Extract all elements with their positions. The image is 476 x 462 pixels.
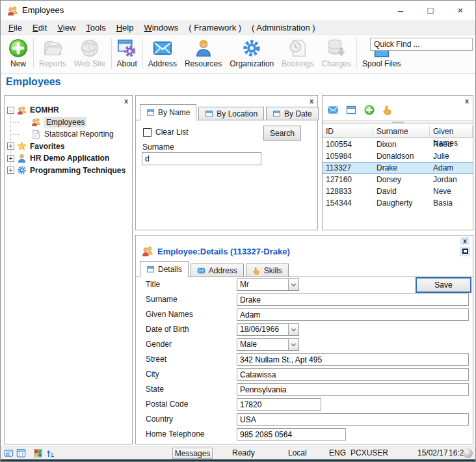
tree-item-hr-demo-application[interactable]: +HR Demo Application xyxy=(7,152,131,164)
panel-close-icon[interactable]: x xyxy=(460,237,469,245)
table-row[interactable]: 127160DorseyJordan xyxy=(323,174,473,185)
table-row[interactable]: 100554DixonReed xyxy=(323,139,473,150)
home-telephone-input[interactable] xyxy=(237,428,346,441)
tree-item-employees[interactable]: Employees xyxy=(21,116,131,128)
status-sort-up-button[interactable] xyxy=(46,448,55,458)
status-date: 15/02/17 xyxy=(417,446,448,460)
dropdown-arrow-icon[interactable] xyxy=(288,279,298,290)
postal-code-label: Postal Code xyxy=(146,398,233,411)
maximize-button[interactable]: □ xyxy=(416,1,445,20)
date-of-birth-select[interactable]: 18/06/1966 xyxy=(237,323,299,336)
search-tab-by-date[interactable]: By Date xyxy=(266,107,319,120)
given-names-input[interactable] xyxy=(237,308,469,321)
clear-list-checkbox[interactable] xyxy=(143,128,152,137)
splitter-handle[interactable] xyxy=(323,120,473,124)
window-icon xyxy=(146,265,155,273)
tree-expander-icon[interactable]: + xyxy=(7,167,14,174)
city-input[interactable] xyxy=(237,368,469,381)
navigation-panel: x -EOMHREmployeesStatistical Reporting+F… xyxy=(4,95,133,444)
menu-file[interactable]: File xyxy=(3,23,27,33)
dropdown-arrow-icon[interactable] xyxy=(288,339,298,350)
column-header-id[interactable]: ID xyxy=(323,126,373,137)
list-hand-button[interactable] xyxy=(382,105,393,115)
table-body: 100554DixonReed105984DonaldsonJulie11332… xyxy=(323,139,473,209)
toolbar-organization-button[interactable]: Organization xyxy=(226,37,278,70)
panel-close-icon[interactable]: x xyxy=(465,97,469,105)
menu-bar: FileEditViewToolsHelpWindows( Framework … xyxy=(1,20,475,35)
status-language: ENG xyxy=(329,446,346,460)
menu-windows[interactable]: Windows xyxy=(139,23,183,33)
tree-expander-icon[interactable]: + xyxy=(7,155,14,162)
window-icon xyxy=(146,109,155,116)
dropdown-arrow-icon[interactable] xyxy=(288,324,298,335)
quick-find-input[interactable] xyxy=(370,38,473,51)
toolbar-new-button[interactable]: New xyxy=(5,37,32,70)
minimize-button[interactable]: – xyxy=(386,1,416,20)
bookings-icon xyxy=(288,38,308,58)
globe-icon xyxy=(80,38,99,58)
search-button[interactable]: Search xyxy=(263,126,301,141)
people-icon xyxy=(31,117,41,127)
panel-close-icon[interactable]: x xyxy=(124,97,128,105)
database-icon xyxy=(326,38,346,58)
column-header-given-names[interactable]: Given Names xyxy=(430,126,473,137)
list-plus-circle-button[interactable] xyxy=(364,105,375,115)
tab-label: By Date xyxy=(284,109,312,118)
menu-help[interactable]: Help xyxy=(111,23,139,33)
gender-value: Male xyxy=(237,339,288,350)
panel-maximize-icon[interactable] xyxy=(460,247,470,256)
table-row[interactable]: 128833DavidNeve xyxy=(323,185,473,197)
status-bar: Messages Ready Local ENG PCXUSER 15/02/1… xyxy=(1,446,476,459)
tree-expander-icon[interactable]: + xyxy=(7,143,14,150)
person-icon xyxy=(194,38,213,58)
status-palette-button[interactable] xyxy=(33,448,43,458)
panel-close-icon[interactable]: x xyxy=(310,97,313,105)
status-window-restore-button[interactable] xyxy=(4,448,14,458)
tree-item-programming-techniques[interactable]: +Programming Techniques xyxy=(7,165,131,176)
menu-framework[interactable]: ( Framework ) xyxy=(183,23,246,33)
tree-item-eomhr[interactable]: -EOMHR xyxy=(7,104,131,116)
menu-view[interactable]: View xyxy=(52,23,81,33)
surname-input[interactable] xyxy=(237,293,469,306)
list-envelope-button[interactable] xyxy=(328,105,338,115)
hand-icon xyxy=(382,105,393,115)
column-header-surname[interactable]: Surname xyxy=(373,126,430,137)
state-input[interactable] xyxy=(237,383,469,396)
postal-code-input[interactable] xyxy=(237,398,321,411)
tab-label: By Location xyxy=(217,109,258,118)
toolbar-charges-button: Charges xyxy=(318,37,355,70)
street-input[interactable] xyxy=(237,353,469,366)
list-window-button[interactable] xyxy=(346,105,356,115)
toolbar-about-button[interactable]: About xyxy=(113,37,141,70)
search-tab-by-name[interactable]: By Name xyxy=(140,104,196,120)
surname-input[interactable] xyxy=(142,152,261,165)
toolbar-resources-button[interactable]: Resources xyxy=(181,37,226,70)
state-label: State xyxy=(146,383,233,396)
status-connection: Local xyxy=(288,446,307,460)
tree-item-label: Programming Techniques xyxy=(30,166,126,175)
menu-edit[interactable]: Edit xyxy=(27,23,52,33)
details-tab-details[interactable]: Details xyxy=(140,261,189,277)
messages-button[interactable]: Messages xyxy=(172,448,213,459)
country-input[interactable] xyxy=(237,413,469,426)
status-grid-button[interactable] xyxy=(16,448,26,458)
gender-select[interactable]: Male xyxy=(237,338,299,351)
window-icon xyxy=(346,105,356,115)
menu-administration[interactable]: ( Administration ) xyxy=(246,23,321,33)
tree-item-favorites[interactable]: +Favorites xyxy=(7,141,131,152)
title-select[interactable]: Mr xyxy=(237,279,299,291)
country-label: Country xyxy=(146,413,233,426)
window-icon xyxy=(205,110,213,118)
tree-expander-icon[interactable]: - xyxy=(7,107,14,114)
close-button[interactable]: × xyxy=(445,1,475,20)
search-tab-by-location[interactable]: By Location xyxy=(198,107,264,120)
toolbar-address-button[interactable]: Address xyxy=(144,37,181,70)
table-row[interactable]: 113327DrakeAdam xyxy=(323,162,473,174)
tree-item-statistical-reporting[interactable]: Statistical Reporting xyxy=(21,128,131,140)
date-of-birth-label: Date of Birth xyxy=(146,323,233,336)
tab-label: Details xyxy=(158,265,182,274)
table-row[interactable]: 154344DaughertyBasia xyxy=(323,197,473,209)
table-row[interactable]: 105984DonaldsonJulie xyxy=(323,150,473,162)
menu-tools[interactable]: Tools xyxy=(81,23,111,33)
status-indicator-icon xyxy=(463,448,473,458)
